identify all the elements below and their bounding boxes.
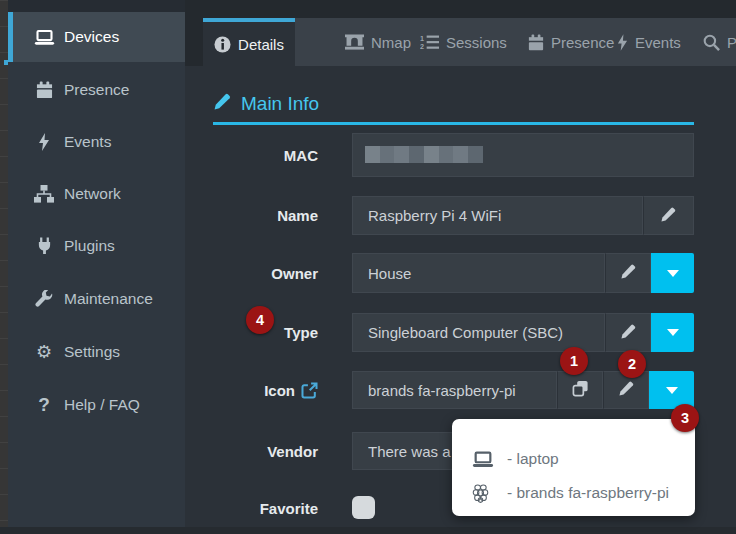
chevron-down-icon [667,270,679,277]
icon-input[interactable] [352,371,557,409]
sidebar-item-label: Help / FAQ [64,396,140,414]
sidebar: Devices Presence Events Network Plugins [8,0,185,534]
tab-events[interactable]: Events [617,18,681,66]
gear-icon: ⚙ [33,343,55,361]
tab-nmap[interactable]: Nmap [345,18,411,66]
tab-label: Nmap [371,34,411,51]
type-field-group [352,313,694,352]
icon-field-group [352,371,694,409]
icon-label: Icon [185,382,318,399]
tab-label: P [727,34,736,51]
sidebar-item-label: Settings [64,343,120,361]
tab-label: Details [238,36,284,53]
question-icon: ? [33,394,55,416]
sidebar-item-label: Events [64,133,111,151]
owner-edit-button[interactable] [605,253,651,293]
tab-presence[interactable]: Presence [528,18,614,66]
tab-details[interactable]: Details [203,18,295,66]
calendar-icon [528,34,544,51]
section-underline [213,122,694,125]
pencil-icon [660,206,677,226]
sidebar-item-label: Network [64,185,121,203]
mac-field-group [352,133,694,177]
info-circle-icon [214,36,231,53]
name-field-group [352,196,694,235]
favorite-checkbox[interactable] [352,496,375,519]
type-edit-button[interactable] [605,313,651,352]
sidebar-item-presence[interactable]: Presence [8,68,185,112]
laptop-icon [33,29,55,46]
mac-redaction-blur [365,146,483,163]
dropdown-item-label: - laptop [507,450,559,468]
plug-icon [33,237,55,255]
sitemap-icon [33,185,55,203]
owner-field-group [352,253,694,293]
external-link-icon[interactable] [301,382,318,399]
tab-label: Sessions [446,34,507,51]
pencil-icon [620,263,637,283]
icon-dropdown-panel: - laptop - brands fa-raspberry-pi [452,419,695,516]
bottom-edge-strip [0,527,736,534]
sidebar-item-network[interactable]: Network [8,172,185,216]
sidebar-item-settings[interactable]: ⚙ Settings [8,330,185,374]
sidebar-item-label: Maintenance [64,290,153,308]
calendar-icon [33,81,55,99]
pencil-icon [618,380,635,400]
icon-label-text: Icon [264,382,295,399]
sidebar-item-help-faq[interactable]: ? Help / FAQ [8,383,185,427]
name-label: Name [185,207,318,224]
archway-icon [345,34,364,50]
favorite-label: Favorite [185,500,318,517]
chevron-down-icon [666,387,678,394]
annotation-badge-4: 4 [246,306,274,334]
app-window: Devices Presence Events Network Plugins [0,0,736,534]
sidebar-item-label: Presence [64,81,129,99]
list-ol-icon: 12 [420,34,439,50]
dropdown-item-laptop[interactable]: - laptop [452,442,695,476]
search-icon [703,34,720,51]
sidebar-item-plugins[interactable]: Plugins [8,224,185,268]
bolt-icon [33,133,55,151]
sidebar-top-strip [8,0,185,12]
pencil-icon [213,92,232,116]
icon-copy-button[interactable] [557,371,603,409]
background-window-sliver [0,0,8,534]
annotation-badge-2: 2 [618,350,646,378]
type-input[interactable] [352,313,605,352]
copy-icon [572,380,589,400]
raspberry-pi-icon [472,484,498,503]
wrench-icon [33,290,55,308]
dropdown-item-raspberry-pi[interactable]: - brands fa-raspberry-pi [452,476,695,510]
chevron-down-icon [667,329,679,336]
pencil-icon [620,323,637,343]
tab-label: Events [635,34,681,51]
section-title-text: Main Info [241,93,319,115]
owner-label: Owner [185,265,318,282]
type-dropdown-button[interactable] [651,313,694,352]
bolt-icon [617,34,628,51]
tab-sessions[interactable]: 12 Sessions [420,18,507,66]
svg-text:1: 1 [420,35,424,43]
vendor-label: Vendor [185,443,318,460]
owner-input[interactable] [352,253,605,293]
sidebar-item-devices[interactable]: Devices [8,12,185,62]
sidebar-item-label: Devices [64,28,119,46]
sidebar-item-maintenance[interactable]: Maintenance [8,277,185,321]
tab-search-clipped[interactable]: P [703,18,736,66]
section-title: Main Info [213,92,319,116]
name-edit-button[interactable] [643,196,694,235]
sidebar-item-label: Plugins [64,237,115,255]
name-input[interactable] [352,196,643,235]
svg-text:2: 2 [420,43,424,50]
laptop-icon [472,451,498,468]
tab-label: Presence [551,34,614,51]
dropdown-item-label: - brands fa-raspberry-pi [507,484,669,502]
annotation-badge-3: 3 [671,404,699,432]
mac-label: MAC [185,147,318,164]
owner-dropdown-button[interactable] [651,253,694,293]
sidebar-item-events[interactable]: Events [8,120,185,164]
annotation-badge-1: 1 [560,347,588,375]
